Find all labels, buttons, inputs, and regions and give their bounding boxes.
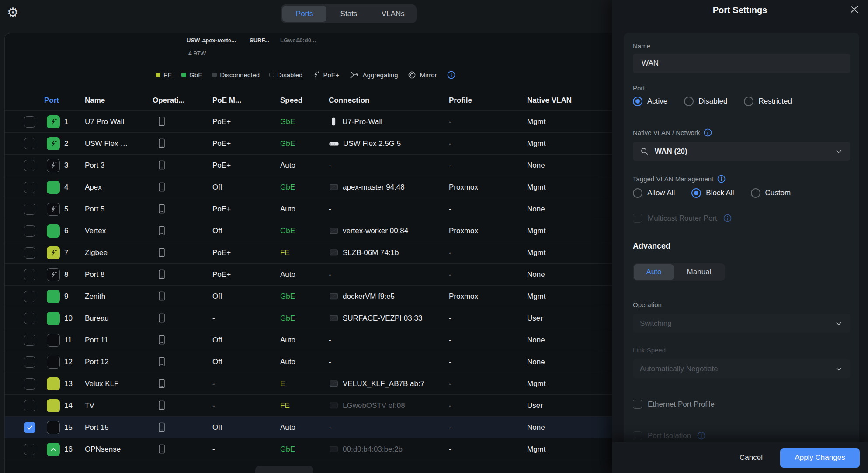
table-row-port-11[interactable]: 11Port 11OffAuto--None [5, 329, 612, 351]
native-vlan-select[interactable]: WAN (20) [633, 142, 850, 161]
advanced-heading: Advanced [633, 242, 670, 251]
native-vlan: Mgmt [527, 139, 612, 148]
port-state-radio-restricted[interactable]: Restricted [744, 97, 792, 106]
column-header-name[interactable]: Name [85, 96, 153, 105]
tagged-vlan-radio-custom[interactable]: Custom [751, 188, 791, 198]
table-row-port-2[interactable]: 2USW Flex …PoE+GbEUSW Flex 2.5G 5-Mgmt [5, 133, 612, 155]
table-row-port-15[interactable]: 15Port 15OffAuto--None [5, 417, 612, 438]
tagged-vlan-radio-allow-all[interactable]: Allow All [633, 188, 675, 198]
checkbox-cell [24, 138, 42, 149]
row-checkbox[interactable] [24, 138, 35, 149]
table-row-port-6[interactable]: 6VertexOffGbEvertex-worker 00:84ProxmoxM… [5, 220, 612, 242]
row-checkbox[interactable] [24, 444, 35, 455]
table-row-port-12[interactable]: 12Port 12OffAuto--None [5, 351, 612, 373]
connection: - [329, 423, 449, 432]
ethernet-port-profile-checkbox[interactable]: Ethernet Port Profile [633, 400, 715, 409]
poe-mode: Off [212, 227, 280, 235]
row-checkbox[interactable] [24, 269, 35, 280]
table-row-port-3[interactable]: 3Port 3PoE+Auto--None [5, 155, 612, 176]
column-header-connection[interactable]: Connection [329, 96, 449, 105]
cancel-button[interactable]: Cancel [740, 453, 763, 462]
legend-item-aggregating: Aggregating [349, 70, 398, 79]
radio-label: Custom [765, 189, 791, 197]
row-checkbox[interactable] [24, 422, 35, 433]
tab-ports[interactable]: Ports [282, 6, 326, 22]
column-header-native-vlan[interactable]: Native VLAN [527, 96, 612, 105]
chevron-down-icon [834, 319, 843, 328]
operation-icon [153, 400, 212, 411]
table-row-port-1[interactable]: 1U7 Pro WallPoE+GbEU7-Pro-Wall-Mgmt [5, 111, 612, 133]
row-checkbox[interactable] [24, 291, 35, 302]
row-checkbox[interactable] [24, 313, 35, 324]
profile: - [449, 314, 527, 323]
column-header-speed[interactable]: Speed [280, 96, 329, 105]
port-state-radio-disabled[interactable]: Disabled [684, 97, 727, 106]
table-row-port-14[interactable]: 14TV-FELGwebOSTV ef:08-User [5, 395, 612, 417]
info-icon [697, 431, 706, 440]
legend-label: PoE+ [323, 71, 339, 79]
row-checkbox[interactable] [24, 116, 35, 128]
port-status-icon [47, 246, 60, 259]
port-icon-cell [42, 203, 64, 216]
connection: vertex-worker 00:84 [329, 226, 449, 236]
native-vlan: Mgmt [527, 249, 612, 257]
row-checkbox[interactable] [24, 204, 35, 215]
native-vlan: Mgmt [527, 445, 612, 454]
close-icon[interactable] [851, 6, 858, 14]
row-checkbox[interactable] [24, 182, 35, 193]
port-icon-cell [42, 268, 64, 281]
port-name-input[interactable] [633, 54, 850, 73]
row-checkbox[interactable] [24, 400, 35, 411]
poe-mode: PoE+ [212, 117, 280, 126]
apply-changes-button[interactable]: Apply Changes [780, 448, 860, 468]
column-header-port[interactable]: Port [42, 96, 85, 105]
radio-label: Active [647, 97, 667, 106]
port-isolation-checkbox[interactable]: Port Isolation [633, 431, 706, 440]
tab-stats[interactable]: Stats [326, 6, 371, 22]
port-name: Vertex [85, 227, 153, 235]
port-state-radio-active[interactable]: Active [633, 97, 667, 106]
connection: - [329, 205, 449, 214]
tab-vlans[interactable]: VLANs [371, 6, 415, 22]
table-row-port-9[interactable]: 9ZenithOffGbEdockerVM f9:e5ProxmoxMgmt [5, 286, 612, 307]
row-checkbox[interactable] [24, 225, 35, 237]
column-header-poe-m-[interactable]: PoE M... [212, 96, 280, 105]
connection-name: dockerVM f9:e5 [343, 292, 395, 301]
info-icon[interactable] [703, 128, 712, 137]
table-row-port-13[interactable]: 13Velux KLF-EVELUX_KLF_AB7B ab:7-Mgmt [5, 373, 612, 395]
table-row-port-7[interactable]: 7ZigbeePoE+FESLZB-06M 74:1b-Mgmt [5, 242, 612, 264]
tagged-vlan-radio-block-all[interactable]: Block All [691, 188, 734, 198]
row-checkbox[interactable] [24, 356, 35, 368]
profile: Proxmox [449, 227, 527, 235]
mode-toggle-auto[interactable]: Auto [634, 264, 674, 280]
connection: apex-master 94:48 [329, 183, 449, 192]
speed: GbE [280, 445, 329, 454]
info-icon[interactable] [447, 70, 456, 79]
mode-toggle-manual[interactable]: Manual [674, 264, 724, 280]
mirror-icon [407, 70, 417, 79]
row-checkbox[interactable] [24, 247, 35, 259]
column-header-profile[interactable]: Profile [449, 96, 527, 105]
speed: Auto [280, 161, 329, 170]
settings-gear-icon[interactable]: ⚙ [7, 6, 19, 19]
row-checkbox[interactable] [24, 335, 35, 346]
info-icon[interactable] [717, 174, 726, 183]
poe-mode: Off [212, 183, 280, 192]
port-icon-cell [42, 290, 64, 303]
table-row-port-10[interactable]: 10Bureau-GbESURFACE-VEZPI 03:33-User [5, 307, 612, 329]
table-row-port-16[interactable]: 16OPNsense-GbE00:d0:b4:03:be:2b-Mgmt [5, 438, 612, 460]
table-row-port-4[interactable]: 4ApexOffGbEapex-master 94:48ProxmoxMgmt [5, 176, 612, 198]
column-header-operati-[interactable]: Operati... [153, 96, 212, 105]
radio-label: Disabled [698, 97, 727, 106]
table-row-port-5[interactable]: 5Port 5PoE+Auto--None [5, 198, 612, 220]
pagination-button[interactable] [255, 466, 313, 473]
multicast-router-checkbox[interactable]: Multicast Router Port [633, 214, 732, 223]
speed: Auto [280, 205, 329, 214]
table-row-port-8[interactable]: 8Port 8PoE+Auto--None [5, 264, 612, 286]
row-checkbox[interactable] [24, 160, 35, 171]
port-status-icon [47, 137, 60, 150]
row-checkbox[interactable] [24, 378, 35, 390]
checkbox-cell [24, 422, 42, 433]
legend-item-poeplus: PoE+ [312, 71, 339, 79]
port-name: Apex [85, 183, 153, 192]
